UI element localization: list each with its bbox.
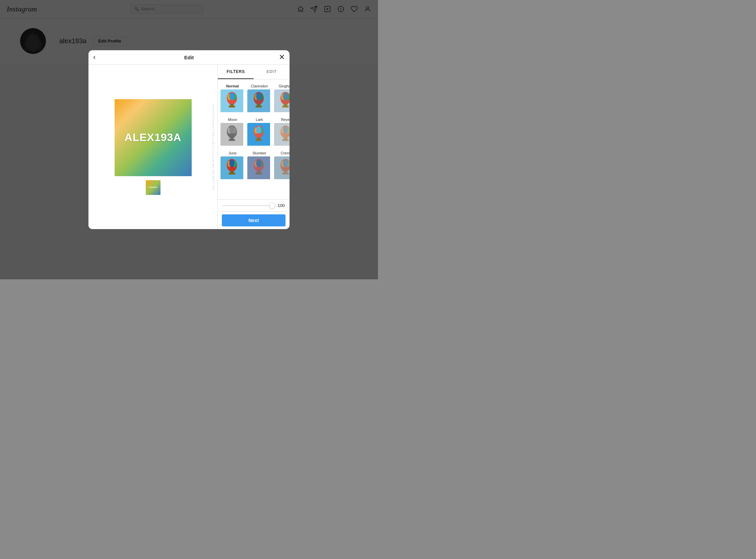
svg-rect-42	[229, 139, 235, 141]
filter-crema[interactable]: Crema	[274, 150, 289, 182]
filter-reyes[interactable]: Reyes	[274, 116, 289, 148]
slider-track[interactable]	[222, 205, 272, 206]
slider-thumb[interactable]	[269, 203, 275, 209]
svg-rect-62	[274, 123, 289, 146]
filter-label: Gingham	[279, 84, 289, 88]
filter-gingham[interactable]: Gingham	[274, 83, 289, 115]
right-panel: FILTERS EDIT Normal	[217, 65, 289, 229]
svg-point-38	[229, 126, 234, 134]
filter-clarendon[interactable]: Clarendon	[246, 83, 272, 115]
svg-rect-13	[229, 106, 235, 108]
main-image: ALEX193A	[115, 99, 192, 176]
filter-thumb-slumber	[247, 156, 272, 181]
svg-point-9	[229, 92, 234, 100]
filter-thumb-crema	[274, 156, 289, 181]
filter-thumb-clarendon	[247, 89, 272, 114]
filter-lark[interactable]: Lark	[246, 116, 272, 148]
main-image-text: ALEX193A	[125, 131, 181, 144]
slider-fill	[222, 205, 272, 206]
tabs: FILTERS EDIT	[218, 65, 289, 80]
left-panel: ALEX193A ALEX193A FOLLOW ME ON HTTPS://T…	[88, 65, 217, 229]
filter-label: Slumber	[253, 151, 266, 155]
svg-rect-91	[274, 156, 289, 179]
tab-edit[interactable]: EDIT	[254, 65, 289, 79]
svg-rect-71	[229, 173, 235, 175]
watermark: FOLLOW ME ON HTTPS://TWITTER.COM/ALEX193…	[212, 104, 215, 190]
svg-rect-33	[274, 89, 289, 112]
filter-label: Normal	[226, 84, 239, 88]
svg-rect-10	[230, 104, 233, 106]
filter-juno[interactable]: Juno	[220, 150, 245, 182]
svg-rect-68	[230, 171, 233, 173]
svg-rect-23	[247, 89, 270, 112]
filter-slumber[interactable]: Slumber	[246, 150, 272, 182]
svg-point-67	[229, 159, 234, 167]
back-button[interactable]: ‹	[93, 53, 95, 61]
next-button-area: Next	[218, 211, 289, 229]
slider-value: 100	[276, 203, 285, 208]
modal-body: ALEX193A ALEX193A FOLLOW ME ON HTTPS://T…	[88, 65, 289, 229]
tab-filters[interactable]: FILTERS	[218, 65, 254, 79]
edit-modal: ‹ Edit ✕ ALEX193A ALEX193A FOLLOW ME ON …	[88, 50, 289, 229]
filter-thumb-lark	[247, 123, 272, 147]
filter-label: Lark	[256, 117, 263, 121]
svg-rect-39	[230, 137, 233, 139]
next-button[interactable]: Next	[222, 214, 285, 226]
filter-thumb-juno	[220, 156, 245, 181]
svg-rect-52	[247, 123, 270, 146]
filter-thumb-reyes	[274, 123, 289, 147]
filter-label: Crema	[280, 151, 289, 155]
filter-normal[interactable]: Normal	[220, 83, 245, 115]
filters-grid: Normal	[218, 80, 289, 199]
modal-header: ‹ Edit ✕	[88, 50, 289, 65]
svg-rect-81	[247, 156, 270, 179]
filter-thumb-normal	[220, 89, 245, 114]
close-button[interactable]: ✕	[279, 53, 285, 61]
thumbnail-label: ALEX193A	[149, 186, 157, 188]
filter-label: Juno	[229, 151, 237, 155]
filter-label: Moon	[228, 117, 237, 121]
thumbnail-item[interactable]: ALEX193A	[146, 180, 160, 195]
filter-label: Clarendon	[251, 84, 268, 88]
modal-overlay: ‹ Edit ✕ ALEX193A ALEX193A FOLLOW ME ON …	[0, 0, 378, 280]
filter-thumb-moon	[220, 123, 245, 147]
filter-moon[interactable]: Moon	[220, 116, 245, 148]
filter-label: Reyes	[281, 117, 289, 121]
filter-thumb-gingham	[274, 89, 289, 114]
slider-area: 100	[218, 199, 289, 211]
modal-title: Edit	[184, 54, 194, 60]
thumbnail-strip: ALEX193A	[146, 180, 160, 195]
